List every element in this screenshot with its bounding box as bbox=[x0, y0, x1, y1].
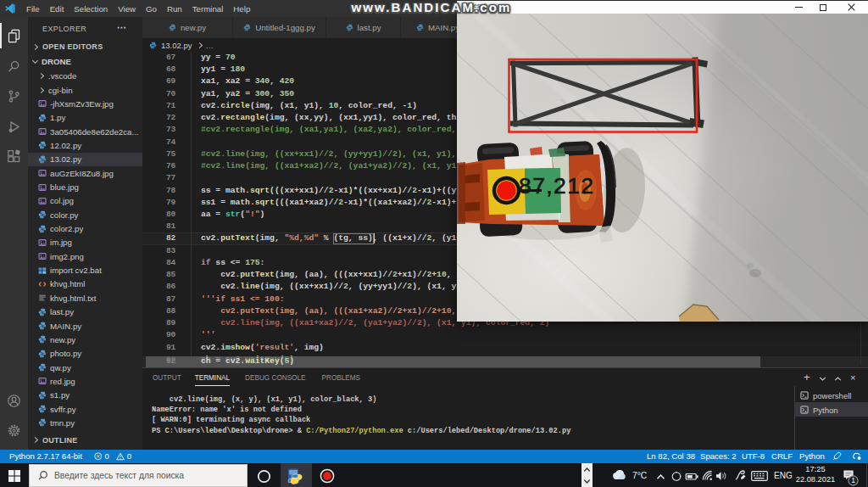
svg-text:87,212: 87,212 bbox=[519, 173, 593, 199]
svg-text:1: 1 bbox=[851, 476, 855, 484]
